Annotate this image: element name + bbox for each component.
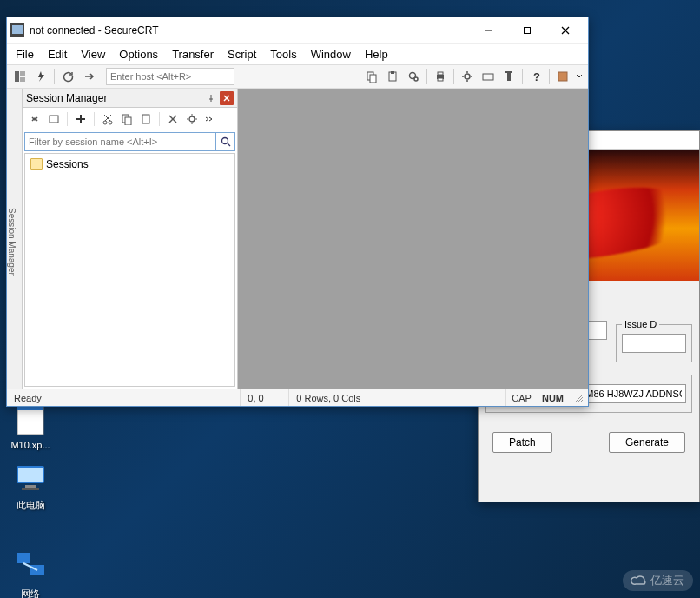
content-area: Session Manager Session Manager [7, 89, 588, 389]
session-manager-header: Session Manager [23, 89, 237, 108]
copy-session-icon[interactable] [118, 110, 135, 128]
close-button[interactable] [546, 18, 584, 43]
properties-icon[interactable] [183, 110, 201, 128]
toolbar-separator [453, 69, 454, 84]
extra-icon[interactable] [553, 67, 572, 86]
toolbar-separator [102, 69, 102, 84]
session-manager-side-tab[interactable]: Session Manager [7, 89, 23, 389]
minimize-button[interactable] [470, 18, 508, 43]
toolbar-separator [54, 69, 55, 84]
toolbar-separator [67, 112, 68, 126]
toolbar-overflow-icon[interactable] [202, 110, 215, 128]
statusbar: Ready 0, 0 0 Rows, 0 Cols CAP NUM [7, 389, 588, 406]
status-num: NUM [537, 393, 569, 403]
menu-window[interactable]: Window [304, 46, 358, 63]
folder-icon [30, 158, 43, 170]
find-icon[interactable] [404, 67, 423, 86]
svg-rect-27 [438, 78, 443, 81]
svg-rect-15 [15, 71, 19, 82]
svg-line-61 [228, 143, 230, 146]
menu-edit[interactable]: Edit [41, 46, 74, 63]
network-icon [13, 549, 48, 584]
toolbar-separator [549, 69, 550, 84]
menu-view[interactable]: View [74, 46, 112, 63]
copy-icon[interactable] [362, 67, 381, 86]
session-toolbar [23, 108, 237, 130]
desktop-icon-m10[interactable]: M10.xp... [9, 402, 52, 450]
toolbar-separator [522, 69, 523, 84]
menu-options[interactable]: Options [112, 46, 165, 63]
svg-rect-40 [558, 72, 567, 81]
svg-rect-37 [507, 72, 511, 81]
filter-input[interactable] [25, 133, 215, 150]
patch-button[interactable]: Patch [492, 432, 552, 453]
issue-date-label: Issue D [622, 319, 659, 329]
issue-date-input[interactable] [622, 334, 686, 353]
pin-icon[interactable] [204, 91, 218, 105]
panel-close-icon[interactable] [220, 91, 234, 105]
session-manager-icon[interactable] [10, 67, 30, 86]
svg-line-48 [105, 115, 111, 121]
svg-rect-2 [25, 485, 36, 488]
help-icon[interactable]: ? [526, 67, 545, 86]
keyboard-icon[interactable] [479, 67, 498, 86]
search-icon[interactable] [215, 133, 234, 150]
svg-rect-1 [18, 468, 43, 482]
svg-rect-21 [391, 71, 394, 74]
menu-tools[interactable]: Tools [263, 46, 303, 63]
resize-grip-icon[interactable] [569, 393, 588, 403]
svg-rect-38 [505, 71, 512, 73]
svg-rect-51 [125, 117, 131, 125]
watermark: 亿速云 [623, 570, 693, 591]
svg-line-24 [414, 77, 415, 78]
status-size: 0 Rows, 0 Cols [289, 389, 506, 406]
main-toolbar: ? [7, 64, 588, 89]
settings-icon[interactable] [458, 67, 477, 86]
tree-item-label: Sessions [46, 158, 89, 170]
paste-session-icon[interactable] [137, 110, 155, 128]
watermark-text: 亿速云 [650, 573, 684, 588]
print-icon[interactable] [431, 67, 450, 86]
delete-icon[interactable] [164, 110, 182, 128]
disconnect-icon[interactable] [79, 67, 98, 86]
quick-connect-icon[interactable] [31, 67, 50, 86]
new-session-icon[interactable] [45, 110, 63, 128]
new-folder-icon[interactable] [72, 110, 89, 128]
titlebar[interactable]: not connected - SecureCRT [7, 17, 588, 43]
svg-rect-17 [20, 77, 25, 82]
desktop-icon-computer[interactable]: 此电脑 [9, 461, 52, 512]
maximize-button[interactable] [508, 18, 546, 43]
toolbar-separator [426, 69, 427, 84]
toolbar-dropdown-icon[interactable] [574, 67, 584, 86]
svg-rect-3 [22, 488, 39, 490]
svg-rect-16 [20, 71, 25, 76]
terminal-area[interactable] [238, 89, 588, 389]
svg-rect-6 [17, 553, 30, 563]
desktop-icon-label: 此电脑 [9, 499, 52, 512]
session-tree[interactable]: Sessions [24, 153, 235, 387]
reconnect-icon[interactable] [58, 67, 77, 86]
cloud-icon [631, 575, 647, 587]
paste-icon[interactable] [383, 67, 402, 86]
app-icon [10, 23, 24, 37]
connect-icon[interactable] [26, 110, 43, 128]
tree-root-sessions[interactable]: Sessions [29, 157, 231, 171]
desktop-icon-label: 网络 [9, 588, 52, 598]
menubar: File Edit View Options Transfer Script T… [7, 43, 588, 64]
host-input[interactable] [106, 68, 234, 85]
menu-help[interactable]: Help [358, 46, 395, 63]
menu-script[interactable]: Script [221, 46, 263, 63]
svg-rect-26 [438, 72, 443, 75]
svg-point-47 [109, 121, 112, 124]
generate-button[interactable]: Generate [609, 432, 685, 453]
session-manager-panel: Session Manager [23, 89, 238, 389]
session-manager-title: Session Manager [26, 92, 204, 104]
menu-transfer[interactable]: Transfer [165, 46, 221, 63]
window-title: not connected - SecureCRT [30, 24, 470, 37]
cut-icon[interactable] [99, 110, 116, 128]
toggle-icon[interactable] [499, 67, 518, 86]
menu-file[interactable]: File [9, 46, 41, 63]
desktop-icon-network[interactable]: 网络 [9, 549, 52, 598]
file-icon [13, 402, 48, 436]
svg-rect-52 [142, 115, 149, 123]
